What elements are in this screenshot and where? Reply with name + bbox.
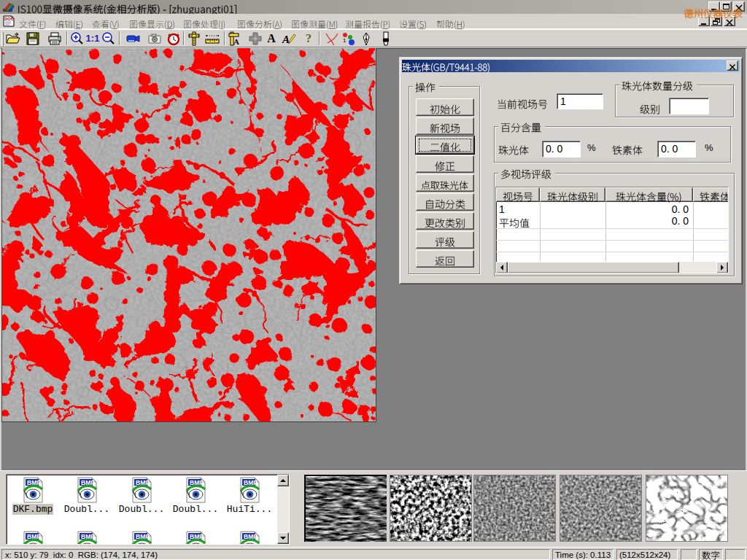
svg-text:A: A: [233, 37, 239, 46]
svg-text:1: 1: [343, 37, 347, 44]
svg-text:DOC: DOC: [4, 17, 15, 21]
